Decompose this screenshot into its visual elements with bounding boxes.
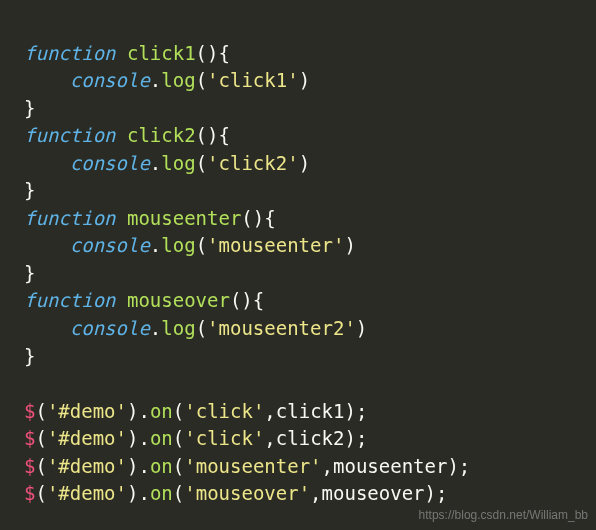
jquery-dollar: $ — [24, 455, 35, 477]
on-method: on — [150, 482, 173, 504]
handler-arg: click1 — [276, 400, 345, 422]
keyword-function: function — [24, 124, 116, 146]
on-method: on — [150, 427, 173, 449]
handler-arg: mouseover — [322, 482, 425, 504]
console-object: console — [70, 69, 150, 91]
console-object: console — [70, 317, 150, 339]
keyword-function: function — [24, 207, 116, 229]
console-object: console — [70, 234, 150, 256]
keyword-function: function — [24, 289, 116, 311]
selector-string: #demo — [58, 482, 115, 504]
on-method: on — [150, 400, 173, 422]
jquery-dollar: $ — [24, 482, 35, 504]
log-method: log — [161, 152, 195, 174]
event-string: mouseover — [196, 482, 299, 504]
jquery-dollar: $ — [24, 400, 35, 422]
log-method: log — [161, 317, 195, 339]
handler-arg: click2 — [276, 427, 345, 449]
function-name: click1 — [127, 42, 196, 64]
string-literal: click2 — [219, 152, 288, 174]
code-block: function click1(){ console.log('click1')… — [0, 0, 596, 520]
function-name: mouseenter — [127, 207, 241, 229]
jquery-dollar: $ — [24, 427, 35, 449]
selector-string: #demo — [58, 400, 115, 422]
on-method: on — [150, 455, 173, 477]
function-name: mouseover — [127, 289, 230, 311]
string-literal: mouseenter2 — [219, 317, 345, 339]
event-string: mouseenter — [196, 455, 310, 477]
event-string: click — [196, 427, 253, 449]
string-literal: mouseenter — [219, 234, 333, 256]
string-literal: click1 — [219, 69, 288, 91]
log-method: log — [161, 234, 195, 256]
keyword-function: function — [24, 42, 116, 64]
watermark: https://blog.csdn.net/William_bb — [419, 507, 588, 524]
function-name: click2 — [127, 124, 196, 146]
log-method: log — [161, 69, 195, 91]
selector-string: #demo — [58, 455, 115, 477]
event-string: click — [196, 400, 253, 422]
console-object: console — [70, 152, 150, 174]
selector-string: #demo — [58, 427, 115, 449]
handler-arg: mouseenter — [333, 455, 447, 477]
